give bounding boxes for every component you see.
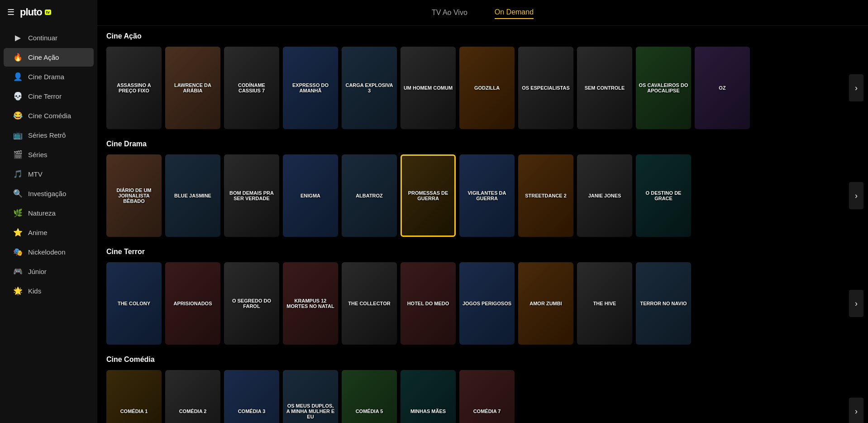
sidebar-icon-continuar: ▶ (13, 33, 23, 43)
section-title-cine-drama: Cine Drama (106, 138, 859, 150)
movie-card[interactable]: BOM DEMAIS PRA SER VERDADE (224, 154, 279, 237)
section-title-cine-acao: Cine Ação (106, 30, 859, 42)
movie-card[interactable]: HOTEL DO MEDO (401, 262, 456, 345)
movie-card[interactable]: O DESTINO DE GRACE (636, 154, 691, 237)
movie-card[interactable]: EXPRESSO DO AMANHÃ (283, 47, 338, 129)
sidebar-item-mtv[interactable]: 🎵 MTV (4, 165, 94, 183)
carousel-next-button[interactable]: › (849, 398, 863, 423)
movie-card[interactable]: PROMESSAS DE GUERRA (401, 154, 456, 237)
sidebar-item-investigacao[interactable]: 🔍 Investigação (4, 184, 94, 203)
movie-card[interactable]: KRAMPUS 12 MORTES NO NATAL (283, 262, 338, 345)
movie-card[interactable]: COMÉDIA 3 (224, 370, 279, 423)
movie-card[interactable]: COMÉDIA 1 (106, 370, 162, 423)
carousel-next-button[interactable]: › (849, 182, 863, 209)
movie-card[interactable]: O SEGREDO DO FAROL (224, 262, 279, 345)
movie-title: CARGA EXPLOSIVA 3 (342, 47, 397, 129)
movie-card[interactable]: UM HOMEM COMUM (401, 47, 456, 129)
movie-card[interactable]: COMÉDIA 7 (459, 370, 515, 423)
sidebar-item-cine-terror[interactable]: 💀 Cine Terror (4, 87, 94, 106)
sidebar-icon-cine-terror: 💀 (13, 91, 23, 101)
sidebar-icon-kids: 🌟 (13, 286, 23, 296)
movie-card[interactable]: GODZILLA (459, 47, 515, 129)
sidebar-item-series[interactable]: 🎬 Séries (4, 145, 94, 164)
movie-card[interactable]: ASSASSINO A PREÇO FIXO (106, 47, 162, 129)
top-navigation: TV Ao VivoOn Demand (97, 0, 868, 26)
movie-title: OS MEUS DUPLOS, A MINHA MULHER E EU (283, 370, 338, 423)
sidebar-item-anime[interactable]: ⭐ Anime (4, 223, 94, 242)
movie-title: THE HIVE (577, 262, 632, 345)
topnav-tv-ao-vivo[interactable]: TV Ao Vivo (432, 7, 467, 19)
sidebar-label-anime: Anime (28, 229, 48, 236)
sidebar-label-cine-drama: Cine Drama (28, 73, 64, 81)
movie-card[interactable]: CODÍNAME CASSIUS 7 (224, 47, 279, 129)
movie-title: THE COLONY (106, 262, 162, 345)
movie-card[interactable]: DIÁRIO DE UM JORNALISTA BÊBADO (106, 154, 162, 237)
movie-title: MINHAS MÃES (401, 370, 456, 423)
sidebar-item-junior[interactable]: 🎮 Júnior (4, 262, 94, 281)
movie-card[interactable]: JANIE JONES (577, 154, 632, 237)
carousel-next-button[interactable]: › (849, 290, 863, 317)
sidebar-label-investigacao: Investigação (28, 190, 66, 197)
carousel-next-button[interactable]: › (849, 74, 863, 101)
movie-card[interactable]: ENIGMA (283, 154, 338, 237)
hamburger-icon[interactable]: ☰ (7, 7, 14, 17)
movie-title: COMÉDIA 5 (342, 370, 397, 423)
movie-card[interactable]: THE COLONY (106, 262, 162, 345)
movie-card[interactable]: JOGOS PERIGOSOS (459, 262, 515, 345)
movie-card[interactable]: SEM CONTROLE (577, 47, 632, 129)
movie-title: ALBATROZ (342, 154, 397, 237)
carousel-wrapper-cine-comedia: COMÉDIA 1COMÉDIA 2COMÉDIA 3OS MEUS DUPLO… (106, 370, 859, 423)
movie-card[interactable]: OS MEUS DUPLOS, A MINHA MULHER E EU (283, 370, 338, 423)
movie-card[interactable]: VIGILANTES DA GUERRA (459, 154, 515, 237)
movie-card[interactable]: LAWRENCE DA ARÁBIA (165, 47, 220, 129)
sidebar-label-cine-acao: Cine Ação (28, 53, 59, 61)
movie-title: PROMESSAS DE GUERRA (402, 156, 454, 236)
sidebar-item-natureza[interactable]: 🌿 Natureza (4, 204, 94, 222)
section-title-cine-terror: Cine Terror (106, 246, 859, 258)
sidebar-item-cine-acao[interactable]: 🔥 Cine Ação (4, 48, 94, 67)
sidebar-icon-nickelodeon: 🎭 (13, 247, 23, 257)
movie-title: O SEGREDO DO FAROL (224, 262, 279, 345)
movie-card[interactable]: CARGA EXPLOSIVA 3 (342, 47, 397, 129)
movie-title: THE COLLECTOR (342, 262, 397, 345)
carousel-wrapper-cine-terror: THE COLONYAPRISIONADOSO SEGREDO DO FAROL… (106, 262, 859, 345)
sidebar-icon-series-retro: 📺 (13, 130, 23, 140)
sidebar: ☰ pluto tv ▶ Continuar 🔥 Cine Ação 👤 Cin… (0, 0, 97, 423)
sidebar-item-continuar[interactable]: ▶ Continuar (4, 29, 94, 47)
sidebar-item-cine-drama[interactable]: 👤 Cine Drama (4, 67, 94, 86)
movie-card[interactable]: OS CAVALEIROS DO APOCALIPSE (636, 47, 691, 129)
movie-card[interactable]: TERROR NO NAVIO (636, 262, 691, 345)
movie-title: COMÉDIA 1 (106, 370, 162, 423)
sidebar-item-nickelodeon[interactable]: 🎭 Nickelodeon (4, 243, 94, 261)
movie-card[interactable]: THE HIVE (577, 262, 632, 345)
sidebar-item-cine-comedia[interactable]: 😂 Cine Comédia (4, 106, 94, 125)
movie-card[interactable]: THE COLLECTOR (342, 262, 397, 345)
movie-title: VIGILANTES DA GUERRA (459, 154, 515, 237)
movie-card[interactable]: ALBATROZ (342, 154, 397, 237)
movie-card[interactable]: MINHAS MÃES (401, 370, 456, 423)
sidebar-icon-cine-comedia: 😂 (13, 111, 23, 120)
sidebar-label-junior: Júnior (28, 268, 47, 275)
movie-card[interactable]: OZ (695, 47, 750, 129)
sidebar-item-kids[interactable]: 🌟 Kids (4, 282, 94, 300)
movie-card[interactable]: APRISIONADOS (165, 262, 220, 345)
movie-title: AMOR ZUMBI (518, 262, 573, 345)
sidebar-label-kids: Kids (28, 287, 41, 295)
movie-card[interactable]: OS ESPECIALISTAS (518, 47, 573, 129)
carousel-cine-drama: DIÁRIO DE UM JORNALISTA BÊBADOBLUE JASMI… (106, 154, 859, 237)
sidebar-item-series-retro[interactable]: 📺 Séries Retrô (4, 126, 94, 144)
sidebar-icon-mtv: 🎵 (13, 169, 23, 179)
movie-card[interactable]: STREETDANCE 2 (518, 154, 573, 237)
section-cine-acao: Cine AçãoASSASSINO A PREÇO FIXOLAWRENCE … (106, 30, 859, 129)
movie-card[interactable]: AMOR ZUMBI (518, 262, 573, 345)
sidebar-label-nickelodeon: Nickelodeon (28, 248, 66, 256)
movie-card[interactable]: BLUE JASMINE (165, 154, 220, 237)
sidebar-icon-junior: 🎮 (13, 267, 23, 276)
sidebar-label-mtv: MTV (28, 170, 43, 178)
sidebar-label-cine-comedia: Cine Comédia (28, 112, 71, 120)
movie-card[interactable]: COMÉDIA 2 (165, 370, 220, 423)
movie-card[interactable]: COMÉDIA 5 (342, 370, 397, 423)
movie-title: KRAMPUS 12 MORTES NO NATAL (283, 262, 338, 345)
carousel-cine-comedia: COMÉDIA 1COMÉDIA 2COMÉDIA 3OS MEUS DUPLO… (106, 370, 859, 423)
topnav-on-demand[interactable]: On Demand (495, 6, 534, 19)
